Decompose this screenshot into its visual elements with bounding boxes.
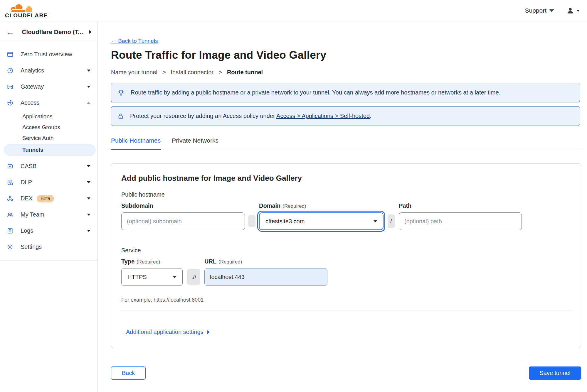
service-label: Service (121, 247, 571, 254)
lightbulb-icon (117, 89, 125, 97)
route-info-text: Route traffic by adding a public hostnam… (131, 89, 500, 96)
protect-text-suffix: . (370, 113, 371, 119)
route-info-banner: Route traffic by adding a public hostnam… (111, 83, 580, 102)
sidebar-item-service-auth[interactable]: Service Auth (0, 133, 97, 143)
user-account-menu[interactable] (566, 7, 580, 14)
cloudflare-logo-text: CLOUDFLARE (5, 13, 48, 18)
logs-icon (6, 227, 14, 234)
support-menu[interactable]: Support (525, 7, 554, 14)
footer-actions: Back Save tunnel (111, 366, 581, 380)
sidebar-item-label: Logs (21, 227, 87, 234)
chevron-down-icon (374, 220, 377, 222)
required-label: (Required) (282, 203, 306, 209)
subdomain-field: Subdomain (121, 202, 245, 230)
page-title: Route Traffic for Image and Video Galler… (111, 49, 580, 61)
url-label-text: URL (204, 258, 216, 265)
sidebar-item-dex[interactable]: DEX Beta (0, 190, 97, 207)
hostname-field-row: Subdomain . Domain(Required) cftestsite3… (121, 202, 571, 230)
subdomain-label: Subdomain (121, 202, 245, 209)
sidebar-item-label: Gateway (21, 83, 87, 90)
chevron-up-icon (87, 102, 90, 104)
path-input[interactable] (399, 212, 522, 230)
protect-resource-banner: Protect your resource by adding an Acces… (111, 106, 580, 126)
path-field: Path (399, 202, 522, 230)
sidebar-item-casb[interactable]: CASB (0, 158, 97, 174)
gear-icon (6, 244, 14, 251)
sidebar-item-access[interactable]: Access (0, 95, 97, 111)
cloudflare-cloud-icon (5, 3, 40, 13)
chevron-down-icon (549, 9, 554, 12)
sidebar-item-applications[interactable]: Applications (0, 111, 97, 122)
sidebar-nav: Zero Trust overview Analytics Gateway (0, 42, 97, 261)
public-hostname-label: Public hostname (121, 191, 571, 198)
type-label: Type(Required) (121, 258, 183, 265)
breadcrumb-step-route-tunnel: Route tunnel (227, 69, 263, 76)
service-type-select[interactable]: HTTPS (121, 268, 183, 286)
domain-label: Domain(Required) (259, 202, 384, 209)
url-label: URL(Required) (204, 258, 327, 265)
main-content: ← Back to Tunnels Route Traffic for Imag… (98, 21, 587, 392)
gateway-icon (6, 83, 14, 90)
domain-select[interactable]: cftestsite3.com (259, 212, 384, 230)
slash-separator: / (388, 214, 395, 228)
dot-separator: . (248, 215, 255, 227)
sidebar-item-tunnels[interactable]: Tunnels (4, 144, 96, 156)
sidebar-item-access-groups[interactable]: Access Groups (0, 122, 97, 133)
team-icon (6, 211, 14, 218)
breadcrumb-step-install-connector[interactable]: Install connector (171, 69, 214, 76)
chevron-down-icon (87, 197, 90, 200)
tab-private-networks[interactable]: Private Networks (172, 137, 218, 150)
subdomain-input[interactable] (121, 212, 245, 230)
chevron-down-icon (87, 165, 90, 167)
breadcrumb-separator: > (162, 69, 166, 76)
cloudflare-logo[interactable]: CLOUDFLARE (5, 3, 48, 18)
back-button[interactable]: Back (111, 366, 146, 380)
user-icon (566, 7, 574, 14)
scheme-separator: :// (187, 269, 200, 285)
sidebar-item-label: Tunnels (22, 147, 43, 153)
casb-icon (6, 163, 14, 170)
protect-resource-text: Protect your resource by adding an Acces… (130, 113, 371, 119)
beta-badge: Beta (37, 195, 54, 202)
card-heading: Add public hostname for Image and Video … (121, 174, 571, 183)
save-tunnel-button[interactable]: Save tunnel (529, 366, 581, 380)
breadcrumb-step-name-tunnel[interactable]: Name your tunnel (111, 69, 157, 76)
sidebar-item-settings[interactable]: Settings (0, 239, 97, 255)
breadcrumb-separator: > (218, 69, 222, 76)
sidebar-item-label: Settings (21, 244, 90, 250)
service-url-input[interactable] (204, 268, 327, 286)
sidebar-item-dlp[interactable]: DLP (0, 174, 97, 190)
back-arrow-icon[interactable]: ← (6, 29, 14, 35)
back-to-tunnels-link[interactable]: ← Back to Tunnels (111, 38, 158, 44)
sidebar-item-label: Zero Trust overview (21, 51, 90, 58)
service-field-row: Type(Required) HTTPS :// URL(Required) (121, 258, 571, 286)
breadcrumb: Name your tunnel > Install connector > R… (111, 69, 580, 76)
access-applications-link[interactable]: Access > Applications > Self-hosted (276, 113, 370, 119)
chevron-right-icon (207, 330, 210, 334)
chevron-down-icon (173, 276, 176, 278)
sidebar-item-my-team[interactable]: My Team (0, 207, 97, 223)
sidebar-item-logs[interactable]: Logs (0, 223, 97, 239)
sidebar-item-gateway[interactable]: Gateway (0, 79, 97, 95)
sidebar-item-label: Analytics (21, 67, 87, 74)
footer-divider (111, 360, 581, 360)
domain-label-text: Domain (259, 202, 280, 209)
support-label: Support (525, 7, 546, 14)
path-label: Path (399, 202, 522, 209)
chevron-down-icon (87, 70, 90, 72)
sidebar-item-label: CASB (21, 163, 87, 170)
chevron-down-icon (87, 181, 90, 183)
chevron-down-icon (87, 86, 90, 88)
protect-text-prefix: Protect your resource by adding an Acces… (130, 113, 275, 119)
account-name: Cloudflare Demo (T... (22, 28, 89, 36)
domain-select-value: cftestsite3.com (265, 218, 305, 225)
chevron-down-icon (87, 214, 90, 216)
service-type-field: Type(Required) HTTPS (121, 258, 183, 286)
sidebar-item-zero-trust-overview[interactable]: Zero Trust overview (0, 46, 97, 62)
additional-settings-toggle[interactable]: Additional application settings (126, 329, 210, 335)
access-icon (6, 99, 14, 107)
sidebar-item-analytics[interactable]: Analytics (0, 62, 97, 79)
chevron-right-icon[interactable] (89, 30, 92, 34)
sidebar-account-header: ← Cloudflare Demo (T... (0, 21, 97, 42)
tab-public-hostnames[interactable]: Public Hostnames (111, 137, 161, 150)
